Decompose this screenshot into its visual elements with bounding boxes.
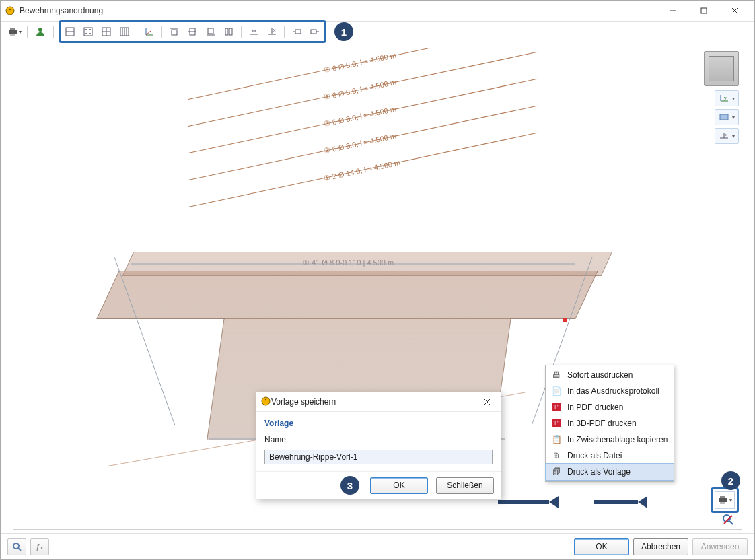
svg-text:xx: xx <box>252 28 257 33</box>
svg-line-26 <box>146 31 151 35</box>
minimize-button[interactable] <box>657 1 688 21</box>
pdf-3d-icon: 🅿 <box>551 419 562 428</box>
view-side-panel: y▾ ▾ x▾ <box>704 51 739 145</box>
svg-line-59 <box>729 521 733 524</box>
template-name-input[interactable] <box>264 450 493 464</box>
title-bar: Bewehrungsanordnung <box>1 1 754 22</box>
ctx-print-now[interactable]: 🖶Sofort ausdrucken <box>546 367 674 383</box>
svg-point-61 <box>262 397 270 405</box>
maximize-button[interactable] <box>688 1 719 21</box>
clipboard-icon: 📋 <box>551 435 562 444</box>
distribute-icon[interactable] <box>221 24 237 40</box>
svg-rect-28 <box>172 30 177 35</box>
svg-point-65 <box>13 543 19 549</box>
svg-point-0 <box>6 7 14 15</box>
svg-point-13 <box>85 29 87 30</box>
marker-2: 2 <box>721 471 740 490</box>
svg-rect-31 <box>208 28 213 34</box>
view-cube[interactable] <box>704 51 739 86</box>
window-title: Bewehrungsanordnung <box>20 6 657 15</box>
apply-button[interactable]: Anwenden <box>692 538 748 555</box>
ctx-print-template[interactable]: 🗐Druck als Vorlage <box>546 464 674 480</box>
align-bottom-icon[interactable] <box>203 24 219 40</box>
axis-icon[interactable] <box>141 24 157 40</box>
arrow-menu-to-dialog <box>498 498 559 505</box>
svg-rect-3 <box>701 8 707 13</box>
view-rebar-icon[interactable] <box>116 24 133 40</box>
svg-rect-7 <box>10 28 15 30</box>
viewport-3d[interactable]: y▾ ▾ x▾ ⑤ 6 Ø 8.0, l = 4.500 m ④ 6 Ø 8.0… <box>13 48 742 530</box>
ctx-copy-clipboard[interactable]: 📋In Zwischenablage kopieren <box>546 431 674 448</box>
dialog-ok-button[interactable]: OK <box>370 477 428 494</box>
svg-rect-33 <box>225 28 228 35</box>
ok-button[interactable]: OK <box>574 538 629 555</box>
rebar-label-2: ② 6 Ø 8.0, l = 4.500 m <box>323 132 397 156</box>
footer-bar: ƒₓ OK Abbrechen Anwenden <box>1 533 754 559</box>
svg-text:ƒₓ: ƒₓ <box>36 542 44 551</box>
svg-rect-47 <box>720 114 728 120</box>
svg-rect-55 <box>719 498 727 502</box>
svg-rect-56 <box>720 496 725 498</box>
printer-icon: 🖶 <box>551 370 562 380</box>
document-icon: 📄 <box>551 386 562 396</box>
svg-line-51 <box>114 257 175 425</box>
ctx-print-3dpdf[interactable]: 🅿In 3D-PDF drucken <box>546 415 674 431</box>
print-dropdown-button[interactable]: ▾ <box>6 24 22 40</box>
template-icon: 🗐 <box>551 467 562 477</box>
view-options-group: xx x <box>59 20 326 43</box>
svg-text:y: y <box>724 96 727 101</box>
name-label: Name <box>264 435 493 444</box>
svg-point-62 <box>265 398 266 400</box>
user-icon[interactable] <box>32 24 48 40</box>
dialog-title-bar: Vorlage speichern <box>256 392 501 412</box>
view-grid-icon[interactable] <box>80 24 96 40</box>
svg-line-66 <box>18 548 21 551</box>
expand-right-icon[interactable] <box>307 24 323 40</box>
group-label: Vorlage <box>264 419 493 428</box>
zoom-reset-icon[interactable] <box>721 513 735 526</box>
svg-rect-40 <box>295 30 301 34</box>
cancel-button[interactable]: Abbrechen <box>633 538 688 555</box>
help-icon[interactable] <box>7 538 26 555</box>
dialog-close-button[interactable] <box>478 394 497 409</box>
rebar-label-1: ① 2 Ø 14.0, l = 4.500 m <box>323 158 401 183</box>
ctx-print-protocol[interactable]: 📄In das Ausdrucksprotokoll <box>546 383 674 399</box>
ctx-print-file[interactable]: 🗎Druck als Datei <box>546 448 674 464</box>
expand-left-icon[interactable] <box>289 24 305 40</box>
ctx-print-pdf[interactable]: 🅿In PDF drucken <box>546 399 674 415</box>
rebar-label-3: ③ 6 Ø 8.0, l = 4.500 m <box>323 105 397 129</box>
print-context-menu: 🖶Sofort ausdrucken 📄In das Ausdrucksprot… <box>545 365 674 482</box>
svg-point-1 <box>9 9 11 10</box>
view-tool-render[interactable]: ▾ <box>715 109 739 125</box>
align-top-icon[interactable] <box>166 24 182 40</box>
main-toolbar: ▾ xx x 1 <box>1 22 754 42</box>
arrow-2-to-menu <box>594 498 647 505</box>
dimension-y-icon[interactable]: x <box>264 24 280 40</box>
file-icon: 🗎 <box>551 451 562 460</box>
view-cross-section-icon[interactable] <box>62 24 78 40</box>
pdf-icon: 🅿 <box>551 403 562 412</box>
view-tool-axes[interactable]: y▾ <box>715 90 739 106</box>
dialog-title: Vorlage speichern <box>271 397 478 407</box>
close-button[interactable] <box>719 1 750 21</box>
svg-rect-12 <box>84 28 92 36</box>
marker-1: 1 <box>334 22 353 41</box>
dimension-x-icon[interactable]: xx <box>246 24 262 40</box>
dialog-close-button-footer[interactable]: Schließen <box>436 477 494 494</box>
svg-point-9 <box>38 28 42 32</box>
print-dropdown-highlight: ▾ <box>711 487 739 513</box>
align-middle-icon[interactable] <box>184 24 201 40</box>
print-dropdown-bottom[interactable]: ▾ <box>715 491 735 509</box>
rebar-label-5: ⑤ 6 Ø 8.0, l = 4.500 m <box>323 51 397 75</box>
app-window: Bewehrungsanordnung ▾ xx x <box>0 0 755 560</box>
svg-rect-34 <box>229 28 232 35</box>
settings-icon[interactable]: ƒₓ <box>30 538 49 555</box>
svg-point-15 <box>85 33 87 34</box>
svg-point-16 <box>89 33 91 34</box>
svg-text:x: x <box>273 28 276 32</box>
svg-rect-8 <box>10 34 15 36</box>
svg-point-14 <box>89 29 91 30</box>
app-icon <box>260 396 271 409</box>
view-tool-dim[interactable]: x▾ <box>715 128 739 144</box>
view-center-icon[interactable] <box>98 24 114 40</box>
